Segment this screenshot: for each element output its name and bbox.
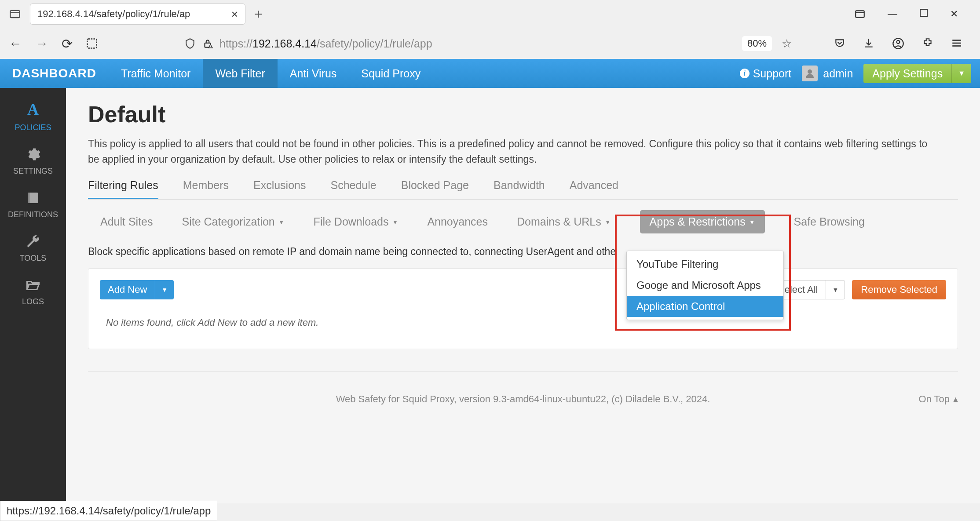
zoom-level[interactable]: 80% — [742, 36, 772, 51]
close-tab-icon[interactable]: × — [231, 7, 238, 21]
gear-icon — [25, 146, 41, 162]
dropdown-option-google-ms[interactable]: Googe and Microsoft Apps — [627, 275, 783, 296]
main-content: Default This policy is applied to all us… — [66, 88, 980, 503]
subtab-safe-browsing[interactable]: Safe Browsing — [794, 215, 865, 228]
rules-panel: Add New ▼ Select All ▼ Remove Selected N… — [88, 268, 958, 349]
svg-point-15 — [808, 69, 812, 74]
nav-web-filter[interactable]: Web Filter — [203, 59, 277, 88]
account-icon[interactable] — [892, 37, 904, 50]
tab-bandwidth[interactable]: Bandwidth — [494, 179, 545, 199]
toolbar-icons — [834, 37, 971, 50]
caret-down-icon[interactable]: ▼ — [952, 69, 971, 77]
shield-icon[interactable] — [184, 38, 196, 49]
page-title: Default — [88, 101, 958, 128]
policy-tabs: Filtering Rules Members Exclusions Sched… — [88, 179, 958, 200]
app-root: DASHBOARD Traffic Monitor Web Filter Ant… — [0, 59, 980, 503]
subtab-adult-sites[interactable]: Adult Sites — [100, 215, 153, 228]
top-nav: DASHBOARD Traffic Monitor Web Filter Ant… — [0, 59, 980, 88]
url-text: https://192.168.4.14/safety/policy/1/rul… — [219, 37, 432, 50]
remove-selected-button[interactable]: Remove Selected — [852, 280, 946, 299]
svg-point-11 — [897, 40, 900, 44]
downloads-icon[interactable] — [863, 37, 874, 50]
back-button[interactable]: ← — [9, 36, 22, 51]
username: admin — [823, 67, 853, 80]
menu-icon[interactable] — [951, 37, 962, 50]
caret-down-icon[interactable]: ▼ — [155, 286, 174, 293]
sidebar-item-logs[interactable]: LOGS — [0, 269, 66, 313]
dropdown-option-app-control[interactable]: Application Control — [627, 296, 783, 317]
svg-marker-7 — [208, 44, 212, 48]
subtab-site-categorization[interactable]: Site Categorization▼ — [182, 215, 285, 228]
caret-down-icon: ▼ — [392, 219, 399, 226]
empty-state-text: No items found, click Add New to add a n… — [100, 299, 946, 337]
support-link[interactable]: i Support — [740, 67, 792, 80]
browser-tab[interactable]: 192.168.4.14/safety/policy/1/rule/ap × — [30, 4, 245, 25]
rule-subtabs: Adult Sites Site Categorization▼ File Do… — [88, 210, 958, 233]
avatar-icon — [802, 66, 818, 81]
caret-up-icon: ▴ — [953, 393, 958, 405]
page-description: This policy is applied to all users that… — [88, 136, 932, 167]
apply-settings-button[interactable]: Apply Settings ▼ — [863, 64, 971, 83]
book-icon — [25, 190, 41, 206]
tab-exclusions[interactable]: Exclusions — [253, 179, 306, 199]
svg-rect-4 — [920, 9, 927, 16]
tab-members[interactable]: Members — [183, 179, 229, 199]
status-bar: https://192.168.4.14/safety/policy/1/rul… — [0, 501, 217, 521]
sidebar: A POLICIES SETTINGS DEFINITIONS TOOLS LO… — [0, 88, 66, 503]
sidebar-item-policies[interactable]: A POLICIES — [0, 92, 66, 138]
extensions-icon[interactable] — [922, 37, 933, 50]
subtab-domains-urls[interactable]: Domains & URLs▼ — [517, 215, 611, 228]
dropdown-option-youtube[interactable]: YouTube Filtering — [627, 254, 783, 275]
reload-button[interactable]: ⟳ — [62, 36, 73, 51]
svg-rect-0 — [11, 11, 20, 18]
caret-down-icon[interactable]: ▼ — [826, 281, 845, 299]
helper-text: Block specific applications based on rem… — [88, 246, 958, 258]
tab-row: 192.168.4.14/safety/policy/1/rule/ap × +… — [0, 0, 980, 28]
new-tab-button[interactable]: + — [254, 6, 263, 22]
tab-filtering-rules[interactable]: Filtering Rules — [88, 179, 158, 199]
window-panel-icon[interactable] — [854, 8, 866, 20]
caret-down-icon: ▼ — [749, 219, 755, 226]
user-chip[interactable]: admin — [802, 66, 853, 81]
on-top-link[interactable]: On Top ▴ — [918, 393, 958, 405]
forward-button[interactable]: → — [35, 36, 48, 51]
maximize-icon[interactable] — [919, 8, 928, 20]
sidebar-toggle-icon[interactable] — [9, 8, 21, 20]
svg-rect-16 — [28, 193, 30, 203]
close-window-icon[interactable]: ✕ — [950, 8, 958, 20]
svg-rect-2 — [856, 11, 864, 17]
screenshot-icon[interactable] — [86, 37, 98, 50]
nav-traffic-monitor[interactable]: Traffic Monitor — [109, 59, 203, 88]
footer: Web Safety for Squid Proxy, version 9.3-… — [88, 371, 958, 414]
footer-text: Web Safety for Squid Proxy, version 9.3-… — [336, 393, 710, 405]
sidebar-item-definitions[interactable]: DEFINITIONS — [0, 182, 66, 226]
sidebar-item-tools[interactable]: TOOLS — [0, 226, 66, 269]
svg-rect-5 — [88, 39, 97, 48]
folder-open-icon — [25, 277, 41, 293]
browser-chrome: 192.168.4.14/safety/policy/1/rule/ap × +… — [0, 0, 980, 59]
window-controls: — ✕ — [854, 8, 971, 20]
brand-logo[interactable]: DASHBOARD — [0, 59, 109, 88]
info-icon: i — [740, 69, 750, 78]
tab-advanced[interactable]: Advanced — [570, 179, 618, 199]
subtab-annoyances[interactable]: Annoyances — [427, 215, 488, 228]
lock-warning-icon[interactable] — [202, 38, 213, 49]
address-bar[interactable]: https://192.168.4.14/safety/policy/1/rul… — [177, 32, 799, 55]
address-row: ← → ⟳ https://192.168.4.14/safety/policy… — [0, 28, 980, 59]
caret-down-icon: ▼ — [605, 219, 611, 226]
nav-squid-proxy[interactable]: Squid Proxy — [349, 59, 433, 88]
nav-anti-virus[interactable]: Anti Virus — [278, 59, 349, 88]
caret-down-icon: ▼ — [278, 219, 285, 226]
apps-restrictions-dropdown: YouTube Filtering Googe and Microsoft Ap… — [626, 251, 784, 320]
pocket-icon[interactable] — [834, 37, 845, 50]
add-new-button[interactable]: Add New ▼ — [100, 280, 174, 299]
tab-schedule[interactable]: Schedule — [330, 179, 376, 199]
subtab-file-downloads[interactable]: File Downloads▼ — [314, 215, 399, 228]
sidebar-item-settings[interactable]: SETTINGS — [0, 138, 66, 182]
minimize-icon[interactable]: — — [888, 8, 897, 20]
bookmark-star-icon[interactable]: ☆ — [782, 37, 792, 51]
policies-icon: A — [27, 100, 39, 119]
tab-blocked-page[interactable]: Blocked Page — [401, 179, 469, 199]
wrench-icon — [25, 233, 41, 249]
subtab-apps-restrictions[interactable]: Apps & Restrictions▼ — [640, 210, 765, 233]
